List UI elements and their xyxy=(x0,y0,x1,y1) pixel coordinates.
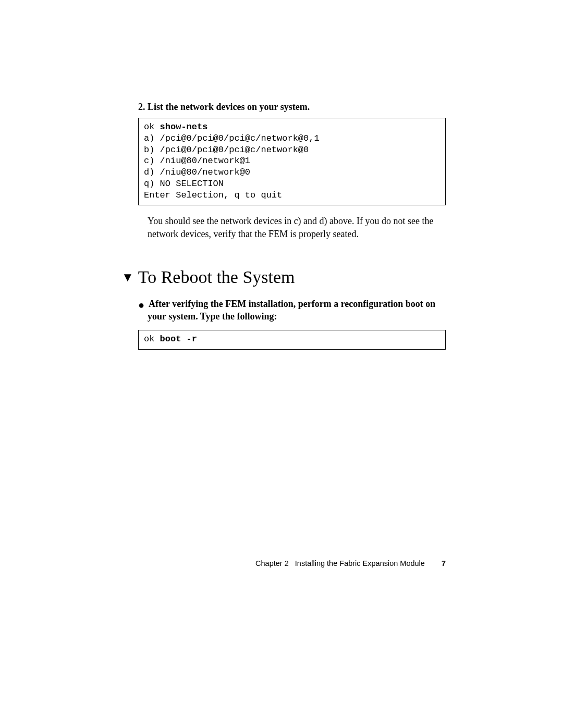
code-line: q) NO SELECTION xyxy=(144,179,224,189)
code-line: c) /niu@80/network@1 xyxy=(144,156,250,166)
explanatory-paragraph: You should see the network devices in c)… xyxy=(148,215,446,240)
footer-chapter: Chapter 2 Installing the Fabric Expansio… xyxy=(255,559,427,567)
code-prompt: ok xyxy=(144,334,160,344)
code-command: boot -r xyxy=(160,334,197,344)
code-command: show-nets xyxy=(160,122,208,132)
code-line: d) /niu@80/network@0 xyxy=(144,167,250,177)
triangle-down-icon: ▼ xyxy=(121,270,134,285)
step-text: List the network devices on your system. xyxy=(148,102,310,112)
section-heading-reboot: ▼To Reboot the System xyxy=(121,267,446,287)
code-line: a) /pci@0/pci@0/pci@c/network@0,1 xyxy=(144,133,320,143)
step-2: 2. List the network devices on your syst… xyxy=(138,102,446,240)
page-content: 2. List the network devices on your syst… xyxy=(0,0,563,350)
code-block-boot: ok boot -r xyxy=(138,330,446,350)
bullet-step: ● After verifying the FEM installation, … xyxy=(138,298,446,323)
footer-chapter-title: Installing the Fabric Expansion Module xyxy=(295,559,425,567)
code-prompt: ok xyxy=(144,122,160,132)
step-2-heading: 2. List the network devices on your syst… xyxy=(138,102,446,113)
page-number: 7 xyxy=(442,559,446,567)
bullet-text: After verifying the FEM installation, pe… xyxy=(148,299,435,322)
step-number: 2. xyxy=(138,102,145,112)
footer-chapter-number: Chapter 2 xyxy=(255,559,289,567)
code-line: b) /pci@0/pci@0/pci@c/network@0 xyxy=(144,145,309,155)
code-block-show-nets: ok show-nets a) /pci@0/pci@0/pci@c/netwo… xyxy=(138,118,446,205)
code-line: Enter Selection, q to quit xyxy=(144,190,282,200)
page-footer: Chapter 2 Installing the Fabric Expansio… xyxy=(255,559,446,567)
heading-text: To Reboot the System xyxy=(138,267,295,287)
bullet-icon: ● xyxy=(138,299,146,311)
